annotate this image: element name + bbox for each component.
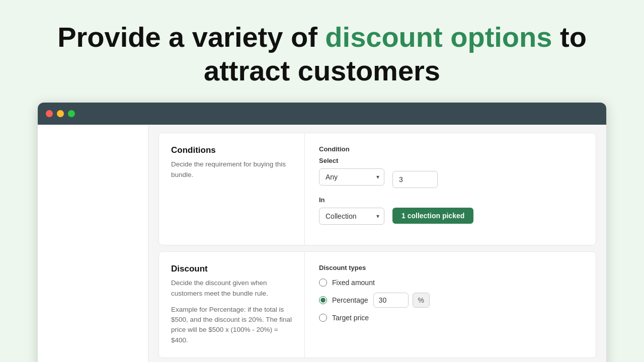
discount-desc1: Decide the discount given when customers…: [171, 278, 292, 299]
discount-title: Discount: [171, 264, 292, 274]
collection-select-wrapper: Collection Product Tag ▾: [319, 208, 384, 225]
traffic-light-yellow[interactable]: [57, 110, 64, 117]
discount-card: Discount Decide the discount given when …: [158, 251, 596, 358]
condition-number-input[interactable]: [392, 171, 438, 188]
conditions-title: Conditions: [171, 145, 292, 155]
discount-desc2: Example for Percentage: if the total is …: [171, 305, 292, 345]
radio-fixed-label: Fixed amount: [332, 279, 375, 287]
hero-title-line2: attract customers: [204, 55, 440, 86]
hero-title: Provide a variety of discount options to…: [10, 20, 634, 87]
hero-title-accent: discount options: [325, 21, 552, 53]
radio-target-label: Target price: [332, 314, 369, 322]
conditions-left: Conditions Decide the requirement for bu…: [159, 133, 305, 245]
condition-row: Select Any All ▾: [319, 157, 582, 188]
browser-titlebar: [38, 103, 606, 125]
radio-fixed[interactable]: [319, 279, 327, 287]
hero-section: Provide a variety of discount options to…: [0, 0, 644, 103]
traffic-light-green[interactable]: [68, 110, 75, 117]
percentage-input[interactable]: [373, 293, 409, 308]
conditions-right: Condition Select Any All ▾: [305, 133, 596, 245]
hero-title-part2: to: [552, 21, 586, 53]
select-group: Select Any All ▾: [319, 157, 384, 186]
number-group: [392, 157, 438, 188]
discount-types-label: Discount types: [319, 264, 582, 272]
main-content: Conditions Decide the requirement for bu…: [148, 125, 606, 362]
radio-option-fixed: Fixed amount: [319, 279, 582, 287]
percentage-row: %: [373, 293, 430, 308]
select-label: Select: [319, 157, 384, 164]
radio-percentage-label: Percentage: [332, 296, 368, 304]
hero-title-part1: Provide a variety of: [57, 21, 325, 53]
traffic-light-red[interactable]: [46, 110, 53, 117]
sidebar: [38, 125, 148, 362]
discount-left: Discount Decide the discount given when …: [159, 252, 305, 357]
in-row: Collection Product Tag ▾ 1 collection pi…: [319, 208, 582, 225]
collection-picked-button[interactable]: 1 collection picked: [392, 208, 473, 224]
conditions-card: Conditions Decide the requirement for bu…: [158, 133, 596, 245]
condition-field-label: Condition: [319, 145, 582, 153]
in-label: In: [319, 196, 582, 204]
radio-option-target: Target price: [319, 314, 582, 322]
condition-select[interactable]: Any All: [319, 168, 384, 186]
radio-option-percentage: Percentage %: [319, 293, 582, 308]
conditions-desc: Decide the requirement for buying this b…: [171, 159, 292, 180]
browser-window: Conditions Decide the requirement for bu…: [38, 103, 606, 362]
radio-target[interactable]: [319, 314, 327, 322]
collection-select[interactable]: Collection Product Tag: [319, 208, 384, 225]
select-wrapper: Any All ▾: [319, 168, 384, 186]
percent-symbol: %: [413, 293, 430, 308]
browser-body: Conditions Decide the requirement for bu…: [38, 125, 606, 362]
radio-percentage[interactable]: [319, 296, 327, 304]
discount-right: Discount types Fixed amount Percentage: [305, 252, 596, 357]
discount-section: Discount Decide the discount given when …: [158, 251, 596, 358]
